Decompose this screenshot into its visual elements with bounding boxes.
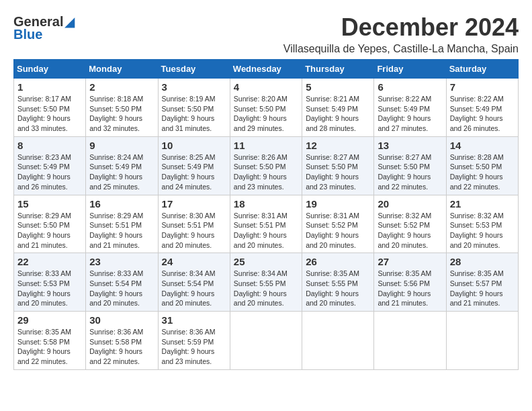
calendar-day-cell: 23 Sunrise: 8:33 AM Sunset: 5:54 PM Dayl… — [86, 253, 158, 312]
calendar-day-cell: 18 Sunrise: 8:31 AM Sunset: 5:51 PM Dayl… — [230, 195, 302, 253]
day-info: Sunrise: 8:35 AM Sunset: 5:55 PM Dayligh… — [306, 269, 370, 308]
day-info: Sunrise: 8:20 AM Sunset: 5:50 PM Dayligh… — [234, 94, 298, 134]
day-number: 24 — [162, 256, 226, 267]
header-friday: Friday — [374, 60, 446, 79]
calendar-day-cell: 2 Sunrise: 8:18 AM Sunset: 5:50 PM Dayli… — [86, 79, 158, 137]
calendar-day-cell: 10 Sunrise: 8:25 AM Sunset: 5:49 PM Dayl… — [158, 136, 230, 195]
day-number: 8 — [17, 140, 82, 151]
day-info: Sunrise: 8:35 AM Sunset: 5:56 PM Dayligh… — [378, 269, 442, 308]
day-info: Sunrise: 8:33 AM Sunset: 5:53 PM Dayligh… — [17, 269, 82, 308]
day-number: 23 — [89, 256, 154, 267]
weekday-header-row: Sunday Monday Tuesday Wednesday Thursday… — [14, 60, 519, 79]
calendar-day-cell: 24 Sunrise: 8:34 AM Sunset: 5:54 PM Dayl… — [158, 253, 230, 312]
day-number: 3 — [162, 81, 226, 93]
day-number: 27 — [378, 256, 442, 267]
calendar-day-cell: 31 Sunrise: 8:36 AM Sunset: 5:59 PM Dayl… — [158, 312, 230, 370]
calendar-day-cell: 12 Sunrise: 8:27 AM Sunset: 5:50 PM Dayl… — [302, 136, 374, 195]
calendar-day-cell: 13 Sunrise: 8:27 AM Sunset: 5:50 PM Dayl… — [374, 136, 446, 195]
day-number: 14 — [450, 140, 515, 151]
day-number: 29 — [17, 314, 82, 326]
empty-cell — [230, 312, 302, 370]
day-info: Sunrise: 8:34 AM Sunset: 5:54 PM Dayligh… — [162, 269, 226, 308]
calendar-day-cell: 21 Sunrise: 8:32 AM Sunset: 5:53 PM Dayl… — [446, 195, 518, 253]
calendar-day-cell: 15 Sunrise: 8:29 AM Sunset: 5:50 PM Dayl… — [14, 195, 86, 253]
day-info: Sunrise: 8:22 AM Sunset: 5:49 PM Dayligh… — [378, 94, 442, 134]
day-info: Sunrise: 8:21 AM Sunset: 5:49 PM Dayligh… — [306, 94, 370, 134]
calendar-day-cell: 22 Sunrise: 8:33 AM Sunset: 5:53 PM Dayl… — [14, 253, 86, 312]
calendar-day-cell: 27 Sunrise: 8:35 AM Sunset: 5:56 PM Dayl… — [374, 253, 446, 312]
calendar-week-row: 22 Sunrise: 8:33 AM Sunset: 5:53 PM Dayl… — [14, 253, 519, 312]
day-number: 18 — [234, 198, 298, 210]
calendar-day-cell: 6 Sunrise: 8:22 AM Sunset: 5:49 PM Dayli… — [374, 79, 446, 137]
day-info: Sunrise: 8:36 AM Sunset: 5:59 PM Dayligh… — [162, 327, 226, 367]
day-number: 20 — [378, 198, 442, 210]
calendar-day-cell: 20 Sunrise: 8:32 AM Sunset: 5:52 PM Dayl… — [374, 195, 446, 253]
day-number: 7 — [450, 81, 515, 93]
day-number: 5 — [306, 81, 370, 93]
calendar-day-cell: 1 Sunrise: 8:17 AM Sunset: 5:50 PM Dayli… — [14, 79, 86, 137]
day-info: Sunrise: 8:35 AM Sunset: 5:58 PM Dayligh… — [17, 327, 82, 367]
calendar-day-cell: 7 Sunrise: 8:22 AM Sunset: 5:49 PM Dayli… — [446, 79, 518, 137]
day-number: 30 — [89, 314, 154, 326]
calendar-day-cell: 4 Sunrise: 8:20 AM Sunset: 5:50 PM Dayli… — [230, 79, 302, 137]
day-info: Sunrise: 8:18 AM Sunset: 5:50 PM Dayligh… — [89, 94, 154, 134]
day-number: 28 — [450, 256, 515, 267]
day-number: 11 — [234, 140, 298, 151]
day-number: 13 — [378, 140, 442, 151]
day-info: Sunrise: 8:31 AM Sunset: 5:52 PM Dayligh… — [306, 211, 370, 250]
page-header: General ◢ Blue December 2024 Villasequil… — [13, 13, 519, 55]
empty-cell — [302, 312, 374, 370]
day-info: Sunrise: 8:19 AM Sunset: 5:50 PM Dayligh… — [162, 94, 226, 134]
day-info: Sunrise: 8:33 AM Sunset: 5:54 PM Dayligh… — [89, 269, 154, 308]
day-info: Sunrise: 8:31 AM Sunset: 5:51 PM Dayligh… — [234, 211, 298, 250]
header-tuesday: Tuesday — [158, 60, 230, 79]
calendar-day-cell: 26 Sunrise: 8:35 AM Sunset: 5:55 PM Dayl… — [302, 253, 374, 312]
calendar-day-cell: 17 Sunrise: 8:30 AM Sunset: 5:51 PM Dayl… — [158, 195, 230, 253]
logo-bird-icon: ◢ — [64, 13, 75, 30]
day-info: Sunrise: 8:24 AM Sunset: 5:49 PM Dayligh… — [89, 152, 154, 192]
day-info: Sunrise: 8:27 AM Sunset: 5:50 PM Dayligh… — [306, 152, 370, 192]
day-number: 4 — [234, 81, 298, 93]
calendar-day-cell: 28 Sunrise: 8:35 AM Sunset: 5:57 PM Dayl… — [446, 253, 518, 312]
calendar-day-cell: 30 Sunrise: 8:36 AM Sunset: 5:58 PM Dayl… — [86, 312, 158, 370]
empty-cell — [446, 312, 518, 370]
calendar-day-cell: 5 Sunrise: 8:21 AM Sunset: 5:49 PM Dayli… — [302, 79, 374, 137]
day-info: Sunrise: 8:27 AM Sunset: 5:50 PM Dayligh… — [378, 152, 442, 192]
day-info: Sunrise: 8:32 AM Sunset: 5:52 PM Dayligh… — [378, 211, 442, 250]
day-number: 15 — [17, 198, 82, 210]
calendar-day-cell: 25 Sunrise: 8:34 AM Sunset: 5:55 PM Dayl… — [230, 253, 302, 312]
day-number: 17 — [162, 198, 226, 210]
day-number: 26 — [306, 256, 370, 267]
day-info: Sunrise: 8:29 AM Sunset: 5:51 PM Dayligh… — [89, 211, 154, 250]
day-info: Sunrise: 8:22 AM Sunset: 5:49 PM Dayligh… — [450, 94, 515, 134]
empty-cell — [374, 312, 446, 370]
calendar-week-row: 1 Sunrise: 8:17 AM Sunset: 5:50 PM Dayli… — [14, 79, 519, 137]
day-info: Sunrise: 8:26 AM Sunset: 5:50 PM Dayligh… — [234, 152, 298, 192]
calendar-week-row: 8 Sunrise: 8:23 AM Sunset: 5:49 PM Dayli… — [14, 136, 519, 195]
day-number: 21 — [450, 198, 515, 210]
logo: General ◢ Blue — [13, 13, 75, 42]
location: Villasequilla de Yepes, Castille-La Manc… — [283, 43, 519, 55]
day-number: 22 — [17, 256, 82, 267]
logo-blue-text: Blue — [13, 27, 42, 42]
calendar-week-row: 15 Sunrise: 8:29 AM Sunset: 5:50 PM Dayl… — [14, 195, 519, 253]
calendar-day-cell: 16 Sunrise: 8:29 AM Sunset: 5:51 PM Dayl… — [86, 195, 158, 253]
day-info: Sunrise: 8:34 AM Sunset: 5:55 PM Dayligh… — [234, 269, 298, 308]
day-info: Sunrise: 8:35 AM Sunset: 5:57 PM Dayligh… — [450, 269, 515, 308]
header-monday: Monday — [86, 60, 158, 79]
day-number: 16 — [89, 198, 154, 210]
calendar-day-cell: 14 Sunrise: 8:28 AM Sunset: 5:50 PM Dayl… — [446, 136, 518, 195]
calendar-day-cell: 3 Sunrise: 8:19 AM Sunset: 5:50 PM Dayli… — [158, 79, 230, 137]
day-number: 2 — [89, 81, 154, 93]
day-number: 1 — [17, 81, 82, 93]
header-thursday: Thursday — [302, 60, 374, 79]
day-number: 12 — [306, 140, 370, 151]
calendar-day-cell: 9 Sunrise: 8:24 AM Sunset: 5:49 PM Dayli… — [86, 136, 158, 195]
day-number: 19 — [306, 198, 370, 210]
month-title: December 2024 — [283, 13, 519, 42]
calendar-day-cell: 19 Sunrise: 8:31 AM Sunset: 5:52 PM Dayl… — [302, 195, 374, 253]
day-info: Sunrise: 8:32 AM Sunset: 5:53 PM Dayligh… — [450, 211, 515, 250]
calendar-day-cell: 11 Sunrise: 8:26 AM Sunset: 5:50 PM Dayl… — [230, 136, 302, 195]
day-number: 9 — [89, 140, 154, 151]
day-number: 25 — [234, 256, 298, 267]
